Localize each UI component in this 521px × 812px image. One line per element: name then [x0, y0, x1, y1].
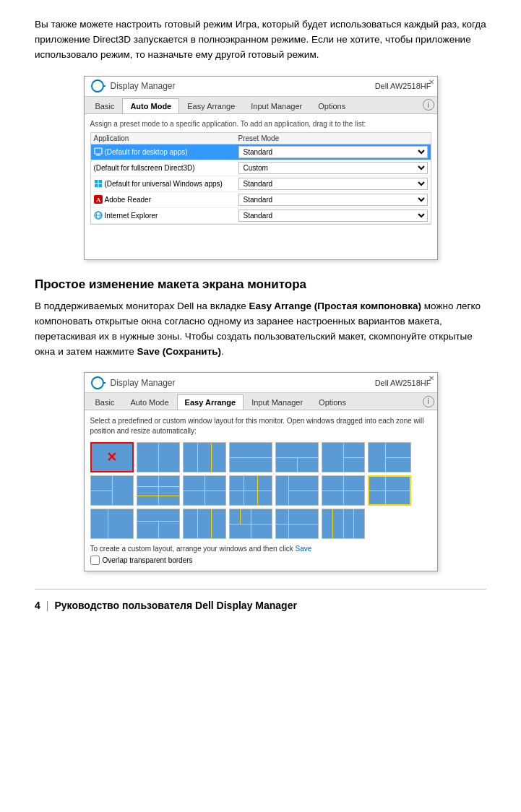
- preset-cell-2[interactable]: Custom Standard: [238, 162, 428, 174]
- col-header-preset: Preset Mode: [238, 134, 419, 142]
- info-icon-2[interactable]: i: [423, 396, 434, 407]
- preset-select-5[interactable]: Standard Custom: [238, 210, 428, 222]
- layout-row-3: [90, 509, 431, 539]
- preset-cell-4[interactable]: Standard Custom: [238, 194, 428, 206]
- tab-inputmanager-2[interactable]: Input Manager: [244, 394, 311, 410]
- divider: [230, 457, 272, 458]
- windows-icon: [94, 179, 103, 188]
- layout-thumb-5[interactable]: [275, 442, 319, 472]
- divider: [332, 509, 333, 538]
- layout-thumb-7[interactable]: [368, 442, 411, 472]
- divider: [137, 486, 179, 487]
- svg-rect-5: [95, 180, 98, 183]
- layout-thumb-3[interactable]: [183, 442, 226, 472]
- layout-thumb-20[interactable]: [322, 509, 365, 539]
- monitor-name-1: Dell AW2518HF: [375, 82, 431, 90]
- app-window-2: Display Manager Dell AW2518HF ✕ Basic Au…: [84, 372, 438, 571]
- table-row[interactable]: (Default for universal Windows apps) Sta…: [91, 176, 431, 192]
- tabbar-1: Basic Auto Mode Easy Arrange Input Manag…: [85, 97, 437, 114]
- desktop-icon: [94, 147, 103, 156]
- divider: [204, 476, 205, 505]
- section-heading-2: Простое изменение макета экрана монитора: [35, 277, 486, 292]
- tab-basic-2[interactable]: Basic: [87, 394, 123, 410]
- close-button-1[interactable]: ✕: [429, 78, 434, 86]
- dell-logo-icon: [90, 78, 106, 94]
- divider: [112, 476, 113, 505]
- layout-thumb-8[interactable]: [90, 475, 134, 506]
- footer-bar: 4 | Руководство пользователя Dell Displa…: [35, 589, 486, 611]
- layout-thumb-18[interactable]: [229, 509, 272, 539]
- preset-cell-5[interactable]: Standard Custom: [238, 210, 428, 222]
- app-name-2: (Default for fullscreen Direct3D): [94, 164, 195, 172]
- preset-select-1[interactable]: Standard Custom: [238, 146, 428, 158]
- divider: [108, 509, 108, 538]
- layout-thumb-4[interactable]: [229, 442, 272, 472]
- footer-sep: |: [46, 600, 49, 611]
- svg-rect-8: [98, 184, 102, 188]
- empty-space-1: [90, 225, 431, 254]
- section-text-2c: .: [221, 346, 224, 357]
- layout-thumb-14[interactable]: [368, 475, 411, 506]
- close-button-2[interactable]: ✕: [429, 374, 434, 382]
- titlebar-left-2: Display Manager: [90, 375, 176, 391]
- app-cell-5: Internet Explorer: [94, 211, 238, 220]
- table-header: Application Preset Mode: [91, 133, 431, 144]
- divider: [230, 491, 272, 491]
- layout-row-1: ✕: [90, 442, 431, 472]
- info-icon-1[interactable]: i: [423, 99, 434, 111]
- section-paragraph-2: В поддерживаемых мониторах Dell на вклад…: [35, 299, 486, 360]
- tab-inputmanager-1[interactable]: Input Manager: [243, 98, 310, 113]
- tab-easyarrange-2[interactable]: Easy Arrange: [177, 394, 244, 410]
- svg-rect-7: [95, 184, 98, 188]
- preset-cell-1[interactable]: Standard Custom: [238, 146, 428, 158]
- tab-automode-1[interactable]: Auto Mode: [122, 98, 179, 113]
- app-cell-3: (Default for universal Windows apps): [94, 179, 238, 188]
- preset-select-3[interactable]: Standard Custom: [238, 178, 428, 190]
- divider: [369, 491, 410, 491]
- section-text-bold-1: Easy Arrange (Простая компоновка): [249, 301, 422, 311]
- preset-select-2[interactable]: Custom Standard: [238, 162, 428, 174]
- table-row[interactable]: (Default for desktop apps) Standard Cust…: [91, 144, 431, 160]
- app-cell-1: (Default for desktop apps): [94, 147, 238, 156]
- ea-save-link[interactable]: Save: [296, 545, 312, 553]
- layout-thumb-12[interactable]: [275, 475, 319, 506]
- layout-thumb-1[interactable]: ✕: [90, 442, 134, 472]
- tab-options-1[interactable]: Options: [310, 98, 353, 113]
- divider: [353, 509, 354, 538]
- table-row[interactable]: (Default for fullscreen Direct3D) Custom…: [91, 160, 431, 176]
- table-row[interactable]: A Adobe Reader Standard Custom: [91, 192, 431, 208]
- layout-thumb-16[interactable]: [137, 509, 180, 539]
- overlap-checkbox[interactable]: [90, 556, 100, 565]
- layout-thumb-9[interactable]: [137, 475, 180, 506]
- tab-basic-1[interactable]: Basic: [87, 98, 123, 113]
- ea-checkbox-row: Overlap transparent borders: [90, 556, 431, 565]
- layout-thumb-19[interactable]: [275, 509, 319, 539]
- layout-thumb-15[interactable]: [90, 509, 134, 539]
- app-table: Application Preset Mode (Default for des…: [90, 132, 431, 225]
- svg-rect-6: [98, 180, 102, 183]
- layout-thumb-10[interactable]: [183, 475, 226, 506]
- layout-thumb-17[interactable]: [183, 509, 226, 539]
- section-text-2a: В поддерживаемых мониторах Dell на вклад…: [35, 301, 249, 311]
- app-title-2: Display Manager: [111, 378, 176, 388]
- layout-thumb-13[interactable]: [322, 475, 365, 506]
- x-icon: ✕: [106, 449, 117, 465]
- window-body-1: Assign a preset mode to a specific appli…: [85, 114, 437, 259]
- tab-easyarrange-1[interactable]: Easy Arrange: [179, 98, 243, 113]
- divider: [197, 443, 198, 472]
- titlebar-2: Display Manager Dell AW2518HF ✕: [85, 373, 437, 393]
- layout-thumb-2[interactable]: [137, 442, 180, 472]
- layout-thumb-6[interactable]: [322, 442, 365, 472]
- divider: [276, 524, 288, 524]
- divider: [297, 457, 298, 472]
- table-row[interactable]: Internet Explorer Standard Custom: [91, 208, 431, 224]
- divider: [158, 476, 159, 505]
- app-cell-2: (Default for fullscreen Direct3D): [94, 164, 238, 172]
- app-title-1: Display Manager: [111, 81, 176, 91]
- layout-thumb-11[interactable]: [229, 475, 272, 506]
- tab-automode-2[interactable]: Auto Mode: [122, 394, 176, 410]
- divider: [158, 521, 159, 538]
- preset-select-4[interactable]: Standard Custom: [238, 194, 428, 206]
- tab-options-2[interactable]: Options: [311, 394, 354, 410]
- preset-cell-3[interactable]: Standard Custom: [238, 178, 428, 190]
